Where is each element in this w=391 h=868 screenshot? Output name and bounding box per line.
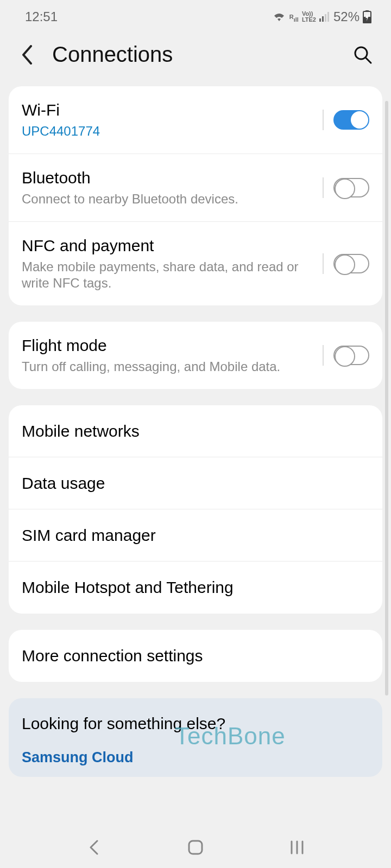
status-bar: 12:51 Rıll Vo)) LTE2 52% — [0, 0, 391, 34]
separator — [323, 253, 324, 274]
recents-icon — [289, 840, 305, 854]
watermark: TechBone — [175, 723, 286, 750]
bluetooth-subtitle: Connect to nearby Bluetooth devices. — [22, 191, 317, 207]
svg-point-7 — [355, 47, 367, 59]
bluetooth-title: Bluetooth — [22, 168, 317, 188]
svg-line-8 — [366, 58, 371, 63]
more-settings-card: More connection settings — [9, 630, 382, 682]
hotspot-title: Mobile Hotspot and Tethering — [22, 578, 234, 597]
separator — [323, 177, 324, 198]
nfc-title: NFC and payment — [22, 236, 317, 256]
more-settings-row[interactable]: More connection settings — [9, 630, 382, 682]
signal-bars-icon — [319, 12, 330, 22]
svg-rect-0 — [319, 18, 321, 22]
wifi-row[interactable]: Wi-Fi UPC4401774 — [9, 86, 382, 154]
battery-charging-icon — [363, 10, 371, 23]
nav-home-button[interactable] — [179, 831, 212, 864]
battery-percent: 52% — [333, 9, 360, 24]
sim-manager-title: SIM card manager — [22, 526, 156, 545]
header: Connections — [0, 34, 391, 86]
page-title: Connections — [52, 42, 337, 67]
flight-mode-title: Flight mode — [22, 336, 317, 355]
nfc-toggle[interactable] — [333, 254, 369, 273]
wifi-title: Wi-Fi — [22, 100, 317, 120]
flight-mode-toggle[interactable] — [333, 346, 369, 365]
mobile-networks-row[interactable]: Mobile networks — [9, 405, 382, 457]
connectivity-card: Wi-Fi UPC4401774 Bluetooth Connect to ne… — [9, 86, 382, 305]
nfc-row[interactable]: NFC and payment Make mobile payments, sh… — [9, 222, 382, 305]
volte-signal-icon: Vo)) LTE2 — [302, 11, 316, 23]
status-right: Rıll Vo)) LTE2 52% — [272, 9, 371, 24]
separator — [323, 110, 324, 130]
svg-rect-1 — [322, 16, 324, 22]
bluetooth-toggle[interactable] — [333, 178, 369, 197]
back-button[interactable] — [16, 44, 38, 66]
search-button[interactable] — [351, 43, 375, 67]
search-icon — [353, 45, 373, 65]
nav-back-button[interactable] — [78, 831, 110, 864]
status-time: 12:51 — [25, 9, 58, 24]
wifi-toggle[interactable] — [333, 110, 369, 130]
data-usage-row[interactable]: Data usage — [9, 457, 382, 509]
separator — [323, 345, 324, 366]
wifi-network-name: UPC4401774 — [22, 123, 317, 139]
hotspot-row[interactable]: Mobile Hotspot and Tethering — [9, 561, 382, 614]
more-settings-title: More connection settings — [22, 646, 203, 666]
navigation-bar — [0, 827, 391, 868]
roaming-signal-icon: Rıll — [289, 11, 299, 23]
nav-recents-button[interactable] — [281, 831, 313, 864]
wifi-icon — [272, 11, 286, 22]
scroll-indicator[interactable] — [385, 101, 388, 695]
svg-rect-3 — [327, 12, 329, 22]
sim-manager-row[interactable]: SIM card manager — [9, 509, 382, 561]
mobile-networks-title: Mobile networks — [22, 422, 140, 441]
chevron-left-icon — [21, 45, 33, 65]
samsung-cloud-link[interactable]: Samsung Cloud — [22, 749, 369, 766]
flight-mode-subtitle: Turn off calling, messaging, and Mobile … — [22, 359, 317, 375]
flight-mode-card: Flight mode Turn off calling, messaging,… — [9, 322, 382, 389]
bluetooth-row[interactable]: Bluetooth Connect to nearby Bluetooth de… — [9, 154, 382, 222]
network-card: Mobile networks Data usage SIM card mana… — [9, 405, 382, 614]
flight-mode-row[interactable]: Flight mode Turn off calling, messaging,… — [9, 322, 382, 389]
data-usage-title: Data usage — [22, 474, 105, 493]
nfc-subtitle: Make mobile payments, share data, and re… — [22, 259, 317, 291]
svg-rect-9 — [189, 841, 202, 854]
home-icon — [187, 839, 204, 856]
content: Wi-Fi UPC4401774 Bluetooth Connect to ne… — [0, 86, 391, 682]
chevron-left-icon — [87, 840, 100, 855]
svg-rect-2 — [325, 14, 326, 22]
